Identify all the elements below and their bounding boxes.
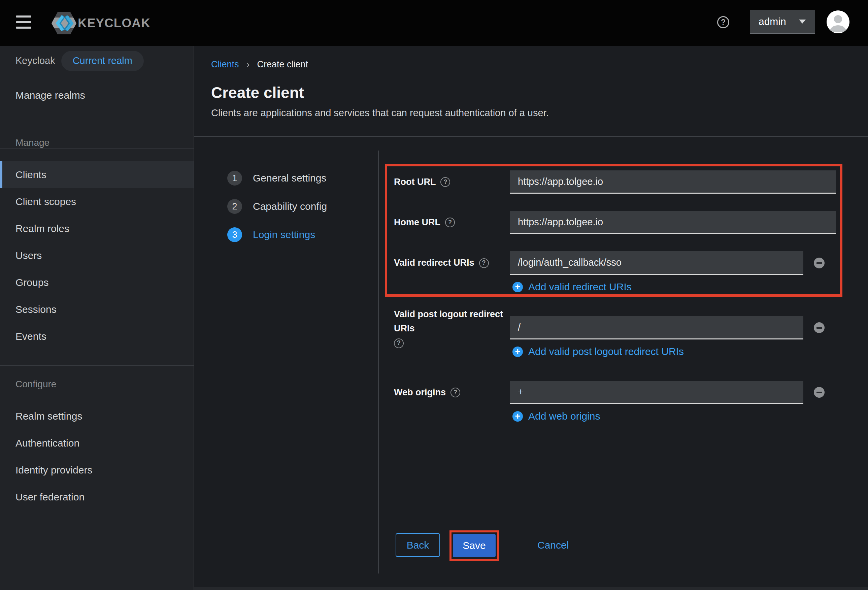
- sidebar-item-groups[interactable]: Groups: [0, 269, 193, 296]
- field-label: Root URL ?: [394, 170, 505, 194]
- realm-switcher[interactable]: Keycloak Current realm: [0, 46, 193, 76]
- wizard-step-capability-config[interactable]: 2 Capability config: [227, 199, 327, 214]
- divider: [378, 151, 379, 574]
- help-icon[interactable]: ?: [479, 258, 489, 268]
- field-label: Valid post logout redirect URIs ?: [394, 316, 505, 339]
- help-icon[interactable]: ?: [450, 387, 460, 397]
- user-avatar-icon: [827, 10, 849, 33]
- remove-web-origin-icon[interactable]: [814, 387, 825, 398]
- step-number: 3: [227, 227, 242, 242]
- hamburger-menu-icon[interactable]: [16, 15, 31, 29]
- field-label: Home URL ?: [394, 211, 505, 234]
- divider: [0, 148, 193, 149]
- chevron-down-icon: [799, 19, 806, 24]
- form-row-valid-post-logout-redirect-uris: Valid post logout redirect URIs ? / + Ad…: [394, 316, 842, 365]
- wizard-step-general-settings[interactable]: 1 General settings: [227, 171, 326, 186]
- keycloak-hexagon-icon: [52, 12, 77, 34]
- field-label: Web origins ?: [394, 381, 505, 404]
- add-web-origins-link[interactable]: + Add web origins: [512, 410, 600, 423]
- current-realm-badge: Current realm: [61, 51, 144, 71]
- sidebar-item-authentication[interactable]: Authentication: [0, 430, 193, 457]
- step-number: 2: [227, 199, 242, 214]
- web-origins-input[interactable]: +: [510, 381, 803, 404]
- avatar[interactable]: [827, 10, 849, 33]
- sidebar-item-realm-settings[interactable]: Realm settings: [0, 403, 193, 430]
- sidebar-item-identity-providers[interactable]: Identity providers: [0, 457, 193, 484]
- sidebar-item-sessions[interactable]: Sessions: [0, 296, 193, 323]
- sidebar-section-configure: Configure: [0, 377, 193, 391]
- step-number: 1: [227, 171, 242, 186]
- page-title: Create client: [211, 84, 304, 102]
- keycloak-logo[interactable]: KEYCLOAK: [52, 12, 151, 34]
- help-icon[interactable]: ?: [440, 177, 450, 187]
- divider: [194, 136, 868, 137]
- main-content: Clients › Create client Create client Cl…: [194, 46, 868, 590]
- help-icon[interactable]: ?: [717, 16, 729, 28]
- username: admin: [759, 16, 786, 27]
- help-icon[interactable]: ?: [445, 217, 455, 227]
- sidebar-item-client-scopes[interactable]: Client scopes: [0, 188, 193, 215]
- wizard-step-login-settings[interactable]: 3 Login settings: [227, 227, 315, 242]
- valid-post-logout-redirect-uri-input[interactable]: /: [510, 316, 803, 339]
- save-button[interactable]: Save: [453, 534, 496, 557]
- form-row-root-url: Root URL ? https://app.tolgee.io: [394, 170, 842, 194]
- brand-name: KEYCLOAK: [78, 16, 151, 30]
- back-button[interactable]: Back: [396, 533, 440, 557]
- top-bar: KEYCLOAK ? admin: [0, 0, 868, 46]
- divider: [0, 365, 193, 366]
- plus-circle-icon: +: [512, 411, 523, 421]
- sidebar-item-user-federation[interactable]: User federation: [0, 484, 193, 510]
- valid-redirect-uri-input[interactable]: /login/auth_callback/sso: [510, 251, 803, 275]
- sidebar-item-manage-realms[interactable]: Manage realms: [0, 82, 193, 109]
- add-valid-post-logout-redirect-uris-link[interactable]: + Add valid post logout redirect URIs: [512, 345, 684, 358]
- chevron-right-icon: ›: [247, 59, 250, 70]
- sidebar-item-users[interactable]: Users: [0, 242, 193, 269]
- breadcrumb: Clients › Create client: [211, 59, 308, 70]
- field-label: Valid redirect URIs ?: [394, 251, 505, 275]
- bottom-strip: [194, 587, 868, 590]
- divider: [0, 397, 193, 397]
- user-menu-dropdown[interactable]: admin: [750, 10, 815, 34]
- breadcrumb-current: Create client: [257, 59, 309, 70]
- page-subtitle: Clients are applications and services th…: [211, 108, 549, 118]
- plus-circle-icon: +: [512, 346, 523, 357]
- form-row-web-origins: Web origins ? + + Add web origins: [394, 381, 842, 430]
- form-row-home-url: Home URL ? https://app.tolgee.io: [394, 211, 842, 234]
- sidebar-item-realm-roles[interactable]: Realm roles: [0, 215, 193, 242]
- plus-circle-icon: +: [512, 282, 523, 292]
- remove-post-logout-uri-icon[interactable]: [814, 322, 825, 333]
- cancel-link[interactable]: Cancel: [537, 533, 569, 557]
- sidebar-section-manage: Manage: [0, 136, 193, 149]
- sidebar-item-clients[interactable]: Clients: [0, 161, 193, 188]
- breadcrumb-clients-link[interactable]: Clients: [211, 59, 239, 70]
- sidebar: Keycloak Current realm Manage realms Man…: [0, 46, 194, 590]
- help-icon[interactable]: ?: [394, 339, 404, 348]
- sidebar-item-events[interactable]: Events: [0, 323, 193, 350]
- realm-name: Keycloak: [15, 55, 55, 67]
- root-url-input[interactable]: https://app.tolgee.io: [510, 170, 836, 194]
- add-valid-redirect-uris-link[interactable]: + Add valid redirect URIs: [512, 280, 632, 294]
- form-row-valid-redirect-uris: Valid redirect URIs ? /login/auth_callba…: [394, 251, 842, 300]
- home-url-input[interactable]: https://app.tolgee.io: [510, 211, 836, 234]
- remove-redirect-uri-icon[interactable]: [814, 257, 825, 268]
